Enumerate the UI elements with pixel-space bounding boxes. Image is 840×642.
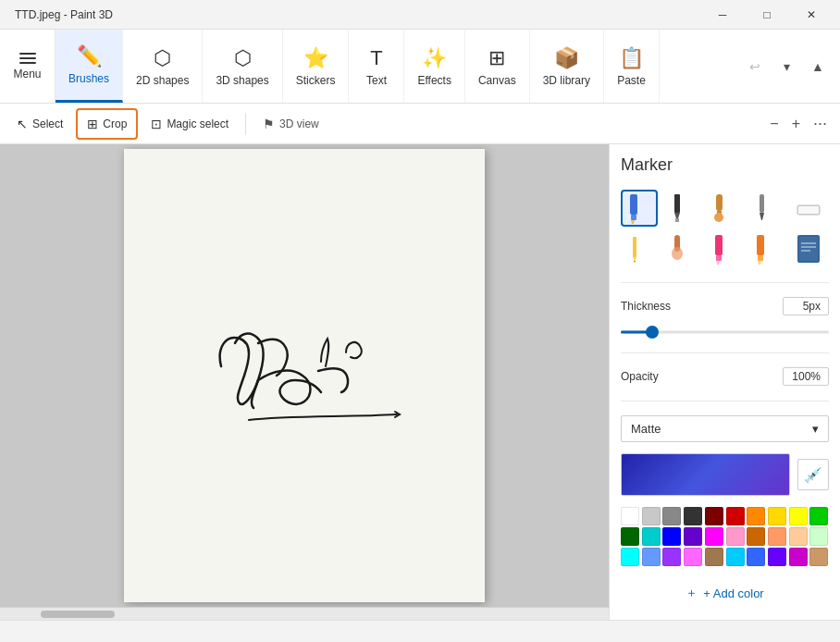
undo-dropdown[interactable]: ▾ xyxy=(772,52,801,81)
crop-label: Crop xyxy=(103,117,127,130)
color-cell-17[interactable] xyxy=(768,527,786,546)
color-palette xyxy=(621,507,829,566)
thickness-label: Thickness xyxy=(621,300,671,313)
undo-button[interactable]: ↩ xyxy=(740,52,770,81)
brush-item-marker-orange[interactable] xyxy=(747,230,784,267)
zoom-minus-button[interactable]: − xyxy=(764,112,784,136)
thickness-slider[interactable] xyxy=(621,330,829,333)
window-title: TTD.jpeg - Paint 3D xyxy=(7,8,113,21)
ribbon-tab-effects[interactable]: ✨ Effects xyxy=(404,30,464,103)
color-cell-0[interactable] xyxy=(621,507,639,525)
brush-item-marker-pixel[interactable] xyxy=(790,230,827,267)
ribbon-tab-3dlibrary[interactable]: 📦 3D library xyxy=(530,30,604,103)
brush-item-marker-soft[interactable] xyxy=(663,230,700,267)
color-cell-22[interactable] xyxy=(662,548,681,566)
color-cell-24[interactable] xyxy=(705,548,723,566)
ribbon-tab-3dshapes[interactable]: ⬡ 3D shapes xyxy=(203,30,282,103)
color-cell-15[interactable] xyxy=(726,527,745,546)
color-cell-1[interactable] xyxy=(642,507,661,525)
3dshapes-label: 3D shapes xyxy=(216,74,268,87)
ribbon-tab-canvas[interactable]: ⊞ Canvas xyxy=(465,30,530,103)
scrollbar-thumb[interactable] xyxy=(41,611,115,618)
color-cell-9[interactable] xyxy=(809,507,828,525)
more-button[interactable]: ··· xyxy=(808,110,833,137)
svg-rect-22 xyxy=(758,255,763,261)
color-cell-26[interactable] xyxy=(747,548,765,566)
horizontal-scrollbar[interactable] xyxy=(0,607,609,620)
brush-item-marker-pencil[interactable] xyxy=(621,230,658,267)
color-cell-4[interactable] xyxy=(705,507,723,525)
maximize-button[interactable]: □ xyxy=(746,0,788,30)
canvas-icon: ⊞ xyxy=(488,46,505,70)
magic-select-button[interactable]: ⊡ Magic select xyxy=(142,108,238,140)
ribbon-tab-text[interactable]: T Text xyxy=(349,30,404,103)
titlebar: TTD.jpeg - Paint 3D ─ □ ✕ xyxy=(0,0,840,30)
zoom-plus-button[interactable]: + xyxy=(786,112,806,136)
color-cell-2[interactable] xyxy=(662,507,681,525)
collapse-ribbon-button[interactable]: ▲ xyxy=(803,52,833,81)
select-button[interactable]: ↖ Select xyxy=(7,108,72,140)
svg-rect-26 xyxy=(801,242,816,244)
color-cell-7[interactable] xyxy=(768,507,786,525)
3dlibrary-label: 3D library xyxy=(543,74,590,87)
panel-title: Marker xyxy=(621,155,829,175)
crop-button[interactable]: ⊞ Crop xyxy=(76,108,138,140)
brush-item-marker-pink[interactable] xyxy=(706,230,743,267)
eyedropper-button[interactable]: 💉 xyxy=(797,459,829,490)
color-cell-20[interactable] xyxy=(621,548,639,566)
brush-item-marker-eraser[interactable] xyxy=(790,190,827,227)
slider-thumb[interactable] xyxy=(646,326,659,339)
opacity-row: Opacity 100% xyxy=(621,367,829,386)
view3d-button[interactable]: ⚑ 3D view xyxy=(253,113,328,135)
color-cell-13[interactable] xyxy=(684,527,702,546)
main-area: Marker Thickness 5px Opacity 100% Matte … xyxy=(0,144,840,620)
effects-label: Effects xyxy=(417,74,451,87)
brush-item-marker-pen[interactable] xyxy=(747,190,784,227)
opacity-label: Opacity xyxy=(621,370,659,383)
color-cell-8[interactable] xyxy=(789,507,808,525)
ribbon-tab-2dshapes[interactable]: ⬡ 2D shapes xyxy=(123,30,203,103)
ribbon-tab-stickers[interactable]: ⭐ Stickers xyxy=(283,30,350,103)
toolbar-separator xyxy=(245,113,246,135)
ribbon-tab-brushes[interactable]: ✏️ Brushes xyxy=(56,30,123,103)
brush-item-marker-blue[interactable] xyxy=(621,190,658,227)
color-cell-6[interactable] xyxy=(747,507,765,525)
stickers-label: Stickers xyxy=(296,74,336,87)
3dlibrary-icon: 📦 xyxy=(554,46,579,70)
color-cell-16[interactable] xyxy=(747,527,765,546)
svg-rect-28 xyxy=(801,250,810,252)
menu-label: Menu xyxy=(13,68,41,80)
color-cell-11[interactable] xyxy=(642,527,661,546)
menu-button[interactable]: Menu xyxy=(0,30,56,103)
brush-item-marker-calligraphy[interactable] xyxy=(663,190,700,227)
signature-svg xyxy=(166,283,443,468)
svg-marker-10 xyxy=(760,213,764,220)
brush-item-marker-paint[interactable] xyxy=(706,190,743,227)
finish-label: Matte xyxy=(631,422,661,436)
finish-dropdown[interactable]: Matte ▾ xyxy=(621,415,829,442)
color-cell-18[interactable] xyxy=(789,527,808,546)
color-cell-12[interactable] xyxy=(662,527,681,546)
color-cell-23[interactable] xyxy=(684,548,702,566)
ribbon-tab-paste[interactable]: 📋 Paste xyxy=(604,30,660,103)
thickness-row: Thickness 5px xyxy=(621,297,829,315)
color-cell-19[interactable] xyxy=(809,527,828,546)
add-color-button[interactable]: ＋ + Add color xyxy=(621,577,829,609)
paste-icon: 📋 xyxy=(619,46,644,70)
color-cell-28[interactable] xyxy=(789,548,808,566)
minimize-button[interactable]: ─ xyxy=(701,0,744,30)
color-cell-14[interactable] xyxy=(705,527,723,546)
color-preview[interactable] xyxy=(621,453,790,496)
color-cell-10[interactable] xyxy=(621,527,639,546)
color-cell-3[interactable] xyxy=(684,507,702,525)
close-button[interactable]: ✕ xyxy=(790,0,833,30)
select-icon: ↖ xyxy=(17,117,28,131)
select-label: Select xyxy=(32,117,63,130)
color-cell-25[interactable] xyxy=(726,548,745,566)
color-cell-29[interactable] xyxy=(809,548,828,566)
color-cell-27[interactable] xyxy=(768,548,786,566)
2dshapes-label: 2D shapes xyxy=(136,74,189,87)
color-cell-21[interactable] xyxy=(642,548,661,566)
canvas-area[interactable] xyxy=(0,144,609,607)
color-cell-5[interactable] xyxy=(726,507,745,525)
